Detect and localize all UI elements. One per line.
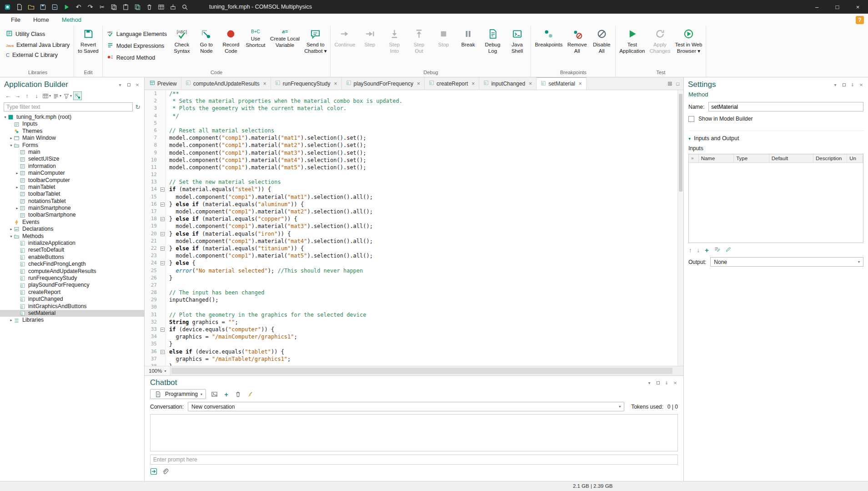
code-line[interactable]: 37 graphics = "/mainTablet/graphics1"; xyxy=(145,355,683,363)
zoom-control[interactable]: 100% ▾ xyxy=(145,366,171,375)
tree-item-inputchanged[interactable]: {}inputChanged xyxy=(0,296,144,303)
ribbon-tab-file[interactable]: File xyxy=(5,14,27,26)
line-number[interactable]: 4 xyxy=(145,112,159,120)
tree-item-toolbarcomputer[interactable]: toolbarComputer xyxy=(0,177,144,184)
prompt-input[interactable] xyxy=(150,455,678,465)
copy-icon[interactable] xyxy=(109,2,119,12)
code-line[interactable]: 29inputChanged(); xyxy=(145,296,683,304)
code-line[interactable]: 26} xyxy=(145,274,683,282)
open-file-icon[interactable] xyxy=(26,2,36,12)
tree-item-methods[interactable]: ▾Methods xyxy=(0,233,144,240)
close-tab-icon[interactable]: × xyxy=(417,81,420,87)
fold-marker[interactable]: − xyxy=(159,348,166,355)
line-number[interactable]: 30 xyxy=(145,304,159,311)
ribbon-button-debug-log[interactable]: Debug Log xyxy=(480,26,505,69)
editor-tab-preview[interactable]: Preview xyxy=(146,77,181,90)
column-header-default[interactable]: Default xyxy=(769,154,813,162)
line-number[interactable]: 13 xyxy=(145,178,159,186)
tree-item-computeandupdateresults[interactable]: {}computeAndUpdateResults xyxy=(0,268,144,275)
column-header-un[interactable]: Un xyxy=(847,154,863,162)
line-number[interactable]: 28 xyxy=(145,289,159,296)
line-number[interactable]: 37 xyxy=(145,355,159,363)
line-number[interactable]: 6 xyxy=(145,127,159,134)
send-icon[interactable] xyxy=(150,468,157,476)
tree-item-mainsmartphone[interactable]: ▸mainSmartphone xyxy=(0,205,144,212)
scrollbar-thumb[interactable] xyxy=(171,368,672,374)
code-line[interactable]: 20−} else if (material.equals("iron")) { xyxy=(145,230,683,238)
tree-item-maintablet[interactable]: ▸mainTablet xyxy=(0,184,144,191)
line-number[interactable]: 26 xyxy=(145,274,159,282)
add-icon[interactable]: + xyxy=(705,247,709,254)
tree-item-playsoundforfrequency[interactable]: {}playSoundForFrequency xyxy=(0,282,144,289)
code-line[interactable]: 36−else if (device.equals("tablet")) { xyxy=(145,348,683,355)
line-number[interactable]: 29 xyxy=(145,296,159,304)
attach-icon[interactable] xyxy=(161,468,169,476)
expander-open-icon[interactable]: ▾ xyxy=(9,142,14,149)
ribbon-button-create-local-variable[interactable]: a=Create Local Variable xyxy=(268,26,302,69)
tree-item-themes[interactable]: Themes xyxy=(0,128,144,135)
ribbon-button-send-to-chatbot-[interactable]: Send to Chatbot ▾ xyxy=(302,26,329,69)
code-line[interactable]: 5 xyxy=(145,120,683,127)
line-number[interactable]: 27 xyxy=(145,282,159,289)
fold-marker[interactable]: − xyxy=(159,186,166,193)
fold-marker[interactable]: − xyxy=(159,245,166,252)
code-line[interactable]: 22−} else if (material.equals("titanium"… xyxy=(145,245,683,252)
line-number[interactable]: 24 xyxy=(145,259,159,267)
show-in-model-builder-checkbox[interactable] xyxy=(688,116,694,122)
float-icon[interactable] xyxy=(126,82,131,87)
code-editor[interactable]: 1/**2 * Sets the material properties whe… xyxy=(145,90,683,366)
code-line[interactable]: 8model.component("comp1").material("mat2… xyxy=(145,142,683,149)
code-line[interactable]: 28// The input has been changed xyxy=(145,289,683,296)
code-line[interactable]: 17 model.component("comp1").material("ma… xyxy=(145,208,683,215)
move-down-icon[interactable]: ↓ xyxy=(32,91,41,100)
move-down-icon[interactable]: ↓ xyxy=(697,247,700,253)
fold-marker[interactable]: − xyxy=(159,215,166,223)
close-icon[interactable]: × xyxy=(135,82,140,88)
code-line[interactable]: 19 model.component("comp1").material("ma… xyxy=(145,223,683,230)
editor-tab-computeandupdateresults[interactable]: {}computeAndUpdateResults× xyxy=(181,77,271,90)
fold-marker[interactable]: − xyxy=(159,259,166,267)
edit-list-icon[interactable] xyxy=(714,246,720,254)
pin-icon[interactable]: ⇓ xyxy=(664,380,669,385)
code-line[interactable]: 7model.component("comp1").material("mat1… xyxy=(145,134,683,142)
run-icon[interactable] xyxy=(61,2,72,12)
tree-item-maincomputer[interactable]: ▸mainComputer xyxy=(0,170,144,177)
code-line[interactable]: 31// Plot the geometry in the graphics f… xyxy=(145,311,683,319)
column-header-description[interactable]: Description xyxy=(813,154,847,162)
code-line[interactable]: 21 model.component("comp1").material("ma… xyxy=(145,238,683,245)
line-number[interactable]: 31 xyxy=(145,311,159,319)
editor-tab-playsoundforfrequency[interactable]: {}playSoundForFrequency× xyxy=(342,77,425,90)
filter-icon[interactable]: ▾ xyxy=(63,91,72,100)
table-icon[interactable] xyxy=(156,2,166,12)
collapse-icon[interactable]: ▾ xyxy=(117,82,123,87)
tree-item-tuning-fork-mph-root-[interactable]: ▾tuning_fork.mph (root) xyxy=(0,114,144,121)
line-number[interactable]: 12 xyxy=(145,171,159,178)
code-line[interactable]: 35} xyxy=(145,340,683,348)
column-header-type[interactable]: Type xyxy=(734,154,769,162)
save-as-icon[interactable] xyxy=(50,2,60,12)
ribbon-button-use-shortcut[interactable]: B+CUse Shortcut xyxy=(243,26,268,69)
code-line[interactable]: 14−if (material.equals("steel")) { xyxy=(145,186,683,193)
export-icon[interactable] xyxy=(168,2,178,12)
editor-tab-setmaterial[interactable]: {}setMaterial× xyxy=(537,77,587,90)
editor-tab-createreport[interactable]: {}createReport× xyxy=(425,77,479,90)
line-number[interactable]: 32 xyxy=(145,319,159,326)
line-number[interactable]: 33 xyxy=(145,326,159,333)
tree-item-createreport[interactable]: {}createReport xyxy=(0,289,144,296)
ribbon-button-breakpoints[interactable]: Breakpoints xyxy=(532,26,565,69)
code-line[interactable]: 18−} else if (material.equals("copper"))… xyxy=(145,215,683,223)
ribbon-button-test-in-web-browser-[interactable]: Test in Web Browser ▾ xyxy=(673,26,705,69)
delete-icon[interactable] xyxy=(144,2,155,12)
redo-icon[interactable]: ↷ xyxy=(85,2,95,12)
line-number[interactable]: 36 xyxy=(145,348,159,355)
collapse-icon[interactable]: ▾ xyxy=(833,82,838,87)
ribbon-button-revert-to-saved[interactable]: Revert to Saved xyxy=(75,26,100,69)
expander-closed-icon[interactable]: ▸ xyxy=(15,170,20,177)
expander-closed-icon[interactable]: ▸ xyxy=(9,226,14,233)
refresh-icon[interactable]: ↻ xyxy=(135,103,140,111)
code-line[interactable]: 16−} else if (material.equals("aluminum"… xyxy=(145,201,683,208)
filter-input[interactable] xyxy=(4,102,133,111)
trash-icon[interactable] xyxy=(234,390,242,398)
tree-item-main[interactable]: main xyxy=(0,149,144,156)
ribbon-button-record-code[interactable]: Record Code xyxy=(219,26,243,69)
